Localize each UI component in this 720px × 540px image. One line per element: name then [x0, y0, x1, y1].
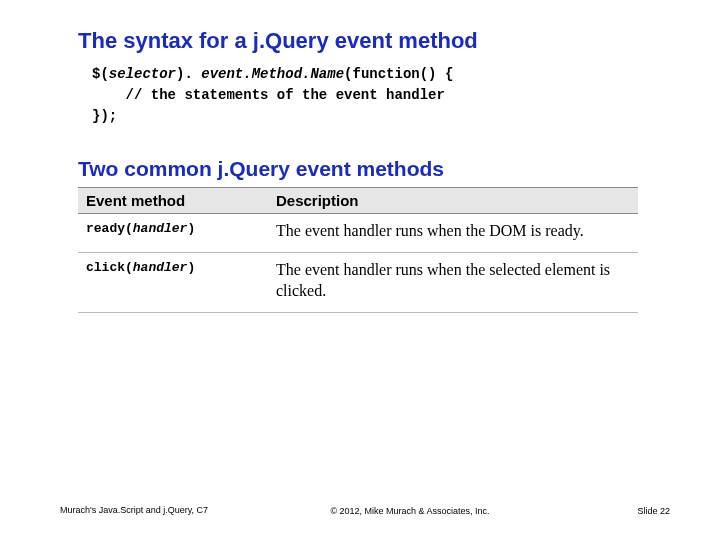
- cell-method: ready(handler): [78, 214, 268, 253]
- cell-description: The event handler runs when the selected…: [268, 252, 638, 312]
- th-description: Description: [268, 188, 638, 214]
- slide: The syntax for a j.Query event method $(…: [0, 0, 720, 540]
- th-event-method: Event method: [78, 188, 268, 214]
- code-l1d: event.Method.Name: [201, 66, 344, 82]
- heading-syntax: The syntax for a j.Query event method: [78, 28, 660, 54]
- code-l1b: selector: [109, 66, 176, 82]
- method-close: ): [187, 221, 195, 236]
- table-row: ready(handler) The event handler runs wh…: [78, 214, 638, 253]
- footer-left: Murach's Java.Script and j.Query, C7: [60, 505, 230, 516]
- code-block: $(selector). event.Method.Name(function(…: [78, 64, 660, 127]
- code-l1a: $(: [92, 66, 109, 82]
- table-header-row: Event method Description: [78, 188, 638, 214]
- footer-center: © 2012, Mike Murach & Associates, Inc.: [230, 506, 590, 516]
- code-l1e: (function() {: [344, 66, 453, 82]
- cell-description: The event handler runs when the DOM is r…: [268, 214, 638, 253]
- method-name: click(: [86, 260, 133, 275]
- method-name: ready(: [86, 221, 133, 236]
- heading-common-methods: Two common j.Query event methods: [78, 157, 660, 181]
- methods-table: Event method Description ready(handler) …: [78, 187, 638, 313]
- code-l2: // the statements of the event handler: [92, 87, 445, 103]
- footer-right: Slide 22: [590, 506, 670, 516]
- method-arg: handler: [133, 260, 188, 275]
- method-arg: handler: [133, 221, 188, 236]
- footer: Murach's Java.Script and j.Query, C7 © 2…: [60, 505, 670, 516]
- code-l3: });: [92, 108, 117, 124]
- cell-method: click(handler): [78, 252, 268, 312]
- method-close: ): [187, 260, 195, 275]
- code-l1c: ).: [176, 66, 201, 82]
- table-row: click(handler) The event handler runs wh…: [78, 252, 638, 312]
